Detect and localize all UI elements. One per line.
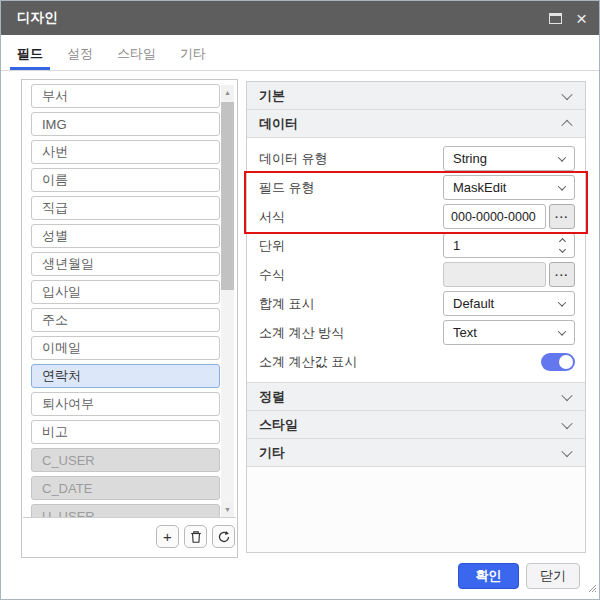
toggle-knob (559, 355, 573, 369)
format-label: 서식 (259, 208, 443, 226)
list-item[interactable]: 사번 (31, 140, 220, 164)
subtotal-value-display-label: 소계 계산값 표시 (259, 353, 541, 371)
subtotal-method-label: 소계 계산 방식 (259, 324, 443, 342)
field-type-label: 필드 유형 (259, 179, 443, 197)
properties-panel: 기본 데이터 데이터 유형 String 필드 유형 MaskEdit (246, 81, 586, 553)
list-item-disabled: U_USER (31, 504, 220, 518)
total-display-value: Default (453, 296, 494, 311)
trash-icon (189, 530, 203, 544)
list-item[interactable]: 퇴사여부 (31, 392, 220, 416)
scroll-down-icon[interactable]: ▼ (221, 502, 234, 517)
field-list-panel: 부서 IMG 사번 이름 직급 성별 생년월일 입사일 주소 이메일 연락처 퇴… (21, 79, 238, 558)
chevron-down-icon (558, 182, 566, 190)
list-item[interactable]: 부서 (31, 84, 220, 108)
dialog-title: 디자인 (17, 9, 58, 27)
section-etc-label: 기타 (259, 444, 285, 462)
section-style-label: 스타일 (259, 416, 298, 434)
list-toolbar: + (156, 525, 235, 548)
tab-settings[interactable]: 설정 (60, 35, 100, 70)
chevron-down-icon (561, 88, 572, 99)
list-item[interactable]: 주소 (31, 308, 220, 332)
tab-etc[interactable]: 기타 (173, 35, 213, 70)
close-icon[interactable]: × (576, 9, 587, 28)
list-item[interactable]: 생년월일 (31, 252, 220, 276)
list-item[interactable]: 이름 (31, 168, 220, 192)
delete-field-button[interactable] (184, 525, 207, 548)
field-type-value: MaskEdit (453, 180, 506, 195)
total-display-label: 합계 표시 (259, 295, 443, 313)
section-basic[interactable]: 기본 (247, 82, 585, 110)
close-button[interactable]: 닫기 (526, 563, 580, 589)
spinner-icons[interactable] (560, 239, 565, 252)
formula-label: 수식 (259, 266, 443, 284)
chevron-down-icon (561, 417, 572, 428)
data-type-select[interactable]: String (443, 146, 575, 171)
row-unit: 단위 1 (247, 231, 585, 260)
list-item[interactable]: 비고 (31, 420, 220, 444)
row-total-display: 합계 표시 Default (247, 289, 585, 318)
resize-grip-icon[interactable] (588, 579, 597, 597)
field-type-select[interactable]: MaskEdit (443, 175, 575, 200)
window-controls: × (549, 9, 587, 28)
chevron-up-icon (559, 238, 566, 245)
section-basic-label: 기본 (259, 87, 285, 105)
chevron-down-icon (561, 389, 572, 400)
chevron-up-icon (561, 119, 572, 130)
plus-icon: + (163, 528, 172, 545)
row-subtotal-value-display: 소계 계산값 표시 (247, 347, 585, 376)
ellipsis-icon: ··· (555, 211, 569, 223)
list-item-selected[interactable]: 연락처 (31, 364, 220, 388)
total-display-select[interactable]: Default (443, 291, 575, 316)
list-scrollbar[interactable]: ▲ ▼ (221, 85, 234, 517)
row-field-type: 필드 유형 MaskEdit (247, 173, 585, 202)
unit-value: 1 (453, 238, 460, 253)
list-item[interactable]: 직급 (31, 196, 220, 220)
formula-ellipsis-button[interactable]: ··· (549, 262, 575, 287)
ok-button[interactable]: 확인 (458, 563, 519, 589)
formula-input (443, 262, 546, 287)
design-dialog: 디자인 × 필드 설정 스타일 기타 부서 IMG 사번 이름 직급 성별 생년… (0, 0, 600, 600)
row-data-type: 데이터 유형 String (247, 144, 585, 173)
unit-stepper[interactable]: 1 (443, 233, 575, 258)
subtotal-method-select[interactable]: Text (443, 320, 575, 345)
unit-label: 단위 (259, 237, 443, 255)
row-subtotal-method: 소계 계산 방식 Text (247, 318, 585, 347)
chevron-down-icon (559, 246, 566, 253)
field-list: 부서 IMG 사번 이름 직급 성별 생년월일 입사일 주소 이메일 연락처 퇴… (23, 84, 236, 518)
format-ellipsis-button[interactable]: ··· (549, 204, 575, 229)
maximize-icon[interactable] (549, 13, 562, 24)
chevron-down-icon (558, 298, 566, 306)
data-type-label: 데이터 유형 (259, 150, 443, 168)
footer: 확인 닫기 (458, 563, 580, 589)
list-item[interactable]: IMG (31, 112, 220, 136)
refresh-button[interactable] (212, 525, 235, 548)
tab-style[interactable]: 스타일 (110, 35, 163, 70)
add-field-button[interactable]: + (156, 525, 179, 548)
list-item[interactable]: 입사일 (31, 280, 220, 304)
tabbar: 필드 설정 스타일 기타 (1, 35, 599, 71)
section-style[interactable]: 스타일 (247, 411, 585, 439)
list-item[interactable]: 이메일 (31, 336, 220, 360)
section-data-label: 데이터 (259, 115, 298, 133)
section-sort-label: 정렬 (259, 388, 285, 406)
scrollbar-thumb[interactable] (221, 102, 234, 290)
section-etc[interactable]: 기타 (247, 439, 585, 467)
list-item-disabled: C_DATE (31, 476, 220, 500)
row-format: 서식 000-0000-0000 ··· (247, 202, 585, 231)
scroll-up-icon[interactable]: ▲ (221, 85, 234, 100)
subtotal-method-value: Text (453, 325, 477, 340)
data-type-value: String (453, 151, 487, 166)
section-sort[interactable]: 정렬 (247, 383, 585, 411)
list-item[interactable]: 성별 (31, 224, 220, 248)
titlebar: 디자인 × (1, 1, 599, 35)
format-input[interactable]: 000-0000-0000 (443, 204, 546, 229)
chevron-down-icon (558, 153, 566, 161)
data-section-rows: 데이터 유형 String 필드 유형 MaskEdit 서식 000-0000… (247, 138, 585, 383)
chevron-down-icon (558, 327, 566, 335)
list-item-disabled: C_USER (31, 448, 220, 472)
row-formula: 수식 ··· (247, 260, 585, 289)
section-data[interactable]: 데이터 (247, 110, 585, 138)
chevron-down-icon (561, 445, 572, 456)
subtotal-value-toggle-on[interactable] (541, 353, 575, 371)
tab-fields[interactable]: 필드 (10, 35, 50, 70)
